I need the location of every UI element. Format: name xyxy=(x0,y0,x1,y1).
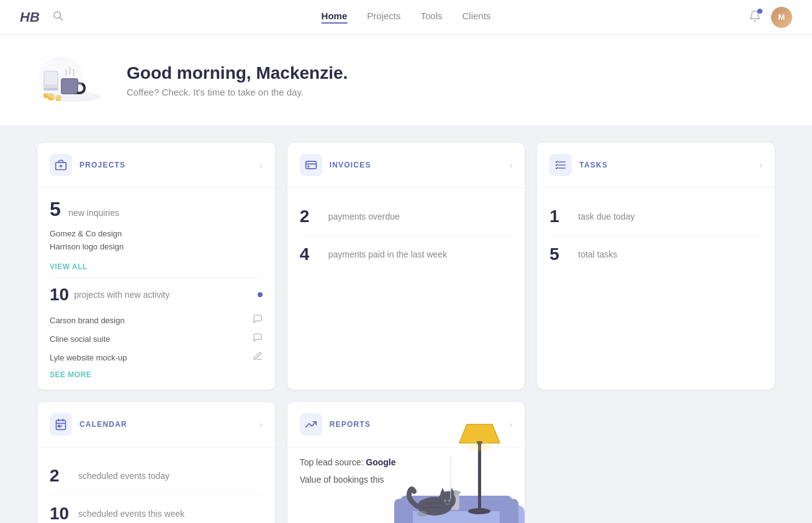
activity-indicator xyxy=(258,292,263,297)
svg-rect-27 xyxy=(400,505,525,523)
svg-rect-39 xyxy=(447,493,459,510)
svg-point-41 xyxy=(417,497,452,516)
edit-icon xyxy=(253,351,263,364)
list-item: Lyle website mock-up xyxy=(50,348,263,367)
notifications-bell[interactable] xyxy=(749,10,761,25)
calendar-card-body: 2 scheduled events today 10 scheduled ev… xyxy=(37,447,275,523)
tasks-icon xyxy=(549,154,572,176)
projects-icon xyxy=(50,154,72,176)
inquiries-count: 5 xyxy=(50,198,61,220)
svg-point-45 xyxy=(444,499,446,503)
tasks-card-title: TASKS xyxy=(579,161,608,169)
reports-card-header: REPORTS › xyxy=(287,402,525,447)
invoices-icon xyxy=(300,154,322,176)
invoices-card: INVOICES › 2 payments overdue 4 payments… xyxy=(287,143,525,390)
view-all-link[interactable]: VIEW ALL xyxy=(50,262,88,271)
nav-link-clients[interactable]: Clients xyxy=(462,11,491,24)
calendar-card-header: CALENDAR › xyxy=(37,402,275,447)
nav-link-home[interactable]: Home xyxy=(322,11,348,24)
svg-rect-25 xyxy=(58,426,60,427)
list-item: Carson brand design xyxy=(50,311,263,329)
divider xyxy=(50,278,263,279)
invoices-card-arrow[interactable]: › xyxy=(510,160,513,170)
activity-count: 10 xyxy=(50,285,69,305)
lead-source-value: Google xyxy=(366,457,395,467)
nav-link-tools[interactable]: Tools xyxy=(420,11,442,24)
svg-point-47 xyxy=(417,511,427,517)
inquiry-list: Gomez & Co design Harrison logo design xyxy=(50,227,263,253)
hero-section: Good morning, Mackenzie. Coffee? Check. … xyxy=(0,35,812,125)
svg-rect-29 xyxy=(500,499,518,523)
svg-point-34 xyxy=(468,508,490,514)
bookings-row: Value of bookings this xyxy=(300,475,513,485)
reports-card-arrow[interactable]: › xyxy=(510,419,513,429)
list-item: Harrison logo design xyxy=(50,240,263,253)
metric-row: 5 total tasks xyxy=(549,236,762,273)
activity-item-name: Cline social suite xyxy=(50,334,111,344)
greeting-heading: Good morning, Mackenzie. xyxy=(127,63,348,83)
invoices-card-title: INVOICES xyxy=(330,161,371,169)
metric-row: 4 payments paid in the last week xyxy=(300,236,513,273)
calendar-card: CALENDAR › 2 scheduled events today 10 s… xyxy=(37,402,275,523)
metric-label: scheduled events today xyxy=(78,471,169,481)
list-item: Gomez & Co design xyxy=(50,227,263,240)
svg-rect-30 xyxy=(400,496,512,511)
inquiries-label: new inquiries xyxy=(68,208,119,218)
reports-card-body: Top lead source: Google Value of booking… xyxy=(287,447,525,494)
metric-label: scheduled events this week xyxy=(78,509,184,519)
tasks-card-body: 1 task due today 5 total tasks xyxy=(537,188,775,283)
metric-number: 10 xyxy=(50,504,70,523)
projects-card-arrow[interactable]: › xyxy=(259,160,263,170)
reports-icon xyxy=(300,413,322,436)
activity-label: projects with new activity xyxy=(74,290,169,300)
svg-rect-15 xyxy=(305,161,316,169)
navbar: HB Home Projects Tools Clients M xyxy=(0,0,812,35)
svg-rect-28 xyxy=(394,499,413,523)
avatar[interactable]: M xyxy=(771,7,792,28)
nav-right: M xyxy=(749,7,792,28)
lead-source-label: Top lead source: xyxy=(300,457,364,467)
search-button[interactable] xyxy=(52,10,63,24)
main-grid: PROJECTS › 5 new inquiries Gomez & Co de… xyxy=(0,125,812,523)
metric-number: 5 xyxy=(549,244,569,264)
svg-point-46 xyxy=(448,499,451,503)
metric-row: 1 task due today xyxy=(549,198,762,236)
activity-header: 10 projects with new activity xyxy=(50,285,263,305)
projects-card-body: 5 new inquiries Gomez & Co design Harris… xyxy=(37,188,275,390)
metric-row: 10 scheduled events this week xyxy=(50,495,263,523)
greeting-subtitle: Coffee? Check. It's time to take on the … xyxy=(127,87,348,97)
nav-links: Home Projects Tools Clients xyxy=(322,11,491,24)
new-inquiries-row: 5 new inquiries xyxy=(50,198,263,221)
tasks-card: TASKS › 1 task due today 5 total tasks xyxy=(537,143,775,390)
metric-number: 1 xyxy=(549,207,569,226)
see-more-link[interactable]: SEE MORE xyxy=(50,370,91,379)
calendar-card-title: CALENDAR xyxy=(79,420,127,429)
metric-label: payments overdue xyxy=(328,212,400,221)
logo: HB xyxy=(20,9,40,25)
tasks-card-header: TASKS › xyxy=(537,143,775,188)
metric-label: task due today xyxy=(578,212,634,221)
svg-point-17 xyxy=(308,166,309,168)
projects-card-title: PROJECTS xyxy=(79,161,125,169)
projects-card: PROJECTS › 5 new inquiries Gomez & Co de… xyxy=(37,143,275,390)
calendar-card-arrow[interactable]: › xyxy=(259,419,263,429)
projects-card-header: PROJECTS › xyxy=(37,143,275,188)
svg-rect-21 xyxy=(56,420,66,429)
metric-row: 2 payments overdue xyxy=(300,198,513,236)
svg-rect-26 xyxy=(60,426,62,427)
nav-link-projects[interactable]: Projects xyxy=(367,11,400,24)
metric-label: payments paid in the last week xyxy=(328,249,447,259)
notification-badge xyxy=(757,9,762,14)
hero-text: Good morning, Mackenzie. Coffee? Check. … xyxy=(127,63,348,97)
lead-source-row: Top lead source: Google xyxy=(300,457,513,467)
comment-icon xyxy=(253,314,263,326)
hero-illustration xyxy=(37,52,112,108)
svg-point-11 xyxy=(39,56,83,100)
metric-number: 2 xyxy=(300,207,320,226)
comment-icon xyxy=(253,333,263,345)
reports-card: REPORTS › Top lead source: Google Value … xyxy=(287,402,525,523)
tasks-card-arrow[interactable]: › xyxy=(759,160,762,170)
svg-line-1 xyxy=(60,17,62,20)
invoices-card-header: INVOICES › xyxy=(287,143,525,188)
invoices-card-body: 2 payments overdue 4 payments paid in th… xyxy=(287,188,525,283)
